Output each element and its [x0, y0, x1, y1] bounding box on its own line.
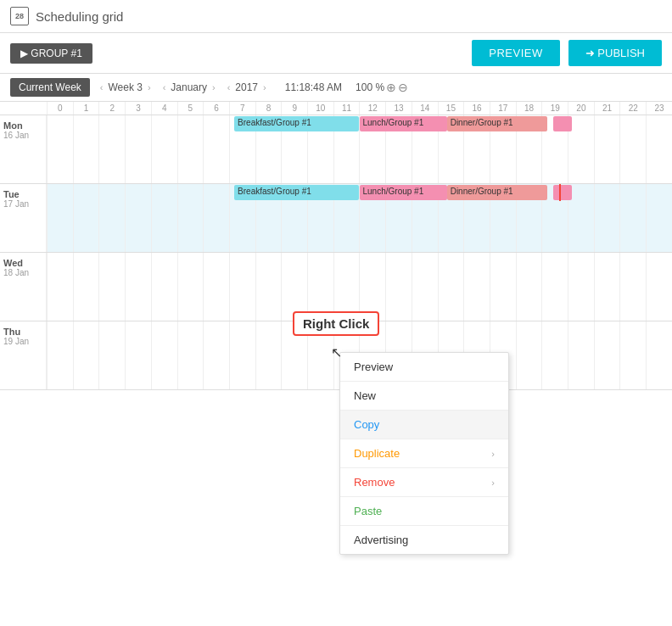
context-menu-item-remove[interactable]: Remove›	[340, 468, 508, 496]
cursor-icon: ↖	[331, 344, 342, 361]
menu-item-label-4: Remove	[354, 476, 395, 489]
context-menu-item-advertising[interactable]: Advertising	[340, 526, 508, 554]
menu-item-label-0: Preview	[354, 361, 393, 373]
context-menu-item-preview[interactable]: Preview	[340, 353, 508, 381]
context-menu-item-duplicate[interactable]: Duplicate›	[340, 439, 508, 467]
context-menu-item-new[interactable]: New	[340, 382, 508, 410]
menu-item-label-1: New	[354, 389, 376, 402]
chevron-right-icon: ›	[491, 478, 495, 488]
chevron-right-icon: ›	[491, 449, 495, 459]
context-menu: PreviewNewCopyDuplicate›Remove›PasteAdve…	[339, 352, 509, 555]
context-menu-item-copy[interactable]: Copy	[340, 411, 508, 439]
right-click-label: Right Click	[293, 311, 379, 336]
menu-item-label-6: Advertising	[354, 534, 408, 546]
context-menu-item-paste[interactable]: Paste	[340, 497, 508, 525]
context-menu-overlay: Right Click ↖ PreviewNewCopyDuplicate›Re…	[0, 0, 672, 626]
menu-item-label-2: Copy	[354, 418, 379, 431]
menu-item-label-3: Duplicate	[354, 447, 400, 460]
menu-item-label-5: Paste	[354, 505, 382, 517]
